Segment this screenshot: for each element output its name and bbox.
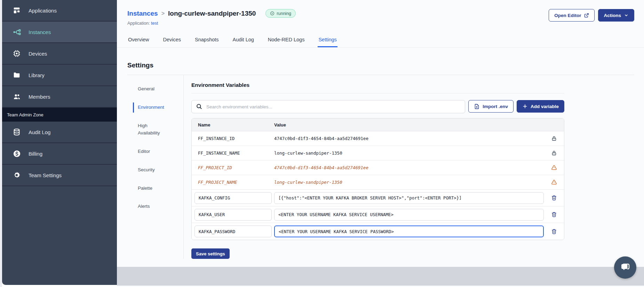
chevron-down-icon [624, 13, 629, 18]
bottom-band [117, 267, 644, 286]
instance-tabs: Overview Devices Snapshots Audit Log Nod… [117, 34, 644, 48]
sidebar-item-team-settings[interactable]: Team Settings [2, 165, 117, 186]
column-header-value: Value [274, 122, 564, 128]
env-var-value: 4747c0bd-d1f3-4654-84b4-aa5d274691ee [274, 165, 544, 170]
tab-devices[interactable]: Devices [162, 34, 182, 47]
env-var-value-input-focused[interactable] [274, 226, 544, 237]
table-row [192, 190, 564, 206]
delete-icon[interactable] [544, 229, 564, 235]
warning-icon [544, 165, 564, 171]
env-var-value: long-curlew-sandpiper-1350 [274, 180, 544, 185]
open-editor-label: Open Editor [554, 13, 581, 18]
subnav-environment[interactable]: Environment [133, 102, 170, 113]
members-icon [13, 92, 21, 101]
tab-audit-log[interactable]: Audit Log [232, 34, 255, 47]
env-var-value-input[interactable] [274, 192, 544, 204]
env-var-name-input[interactable] [194, 226, 272, 237]
applications-icon [13, 6, 21, 15]
status-badge-label: running [277, 11, 291, 16]
env-var-value: 4747c0bd-d1f3-4654-84b4-aa5d274691ee [274, 136, 544, 141]
actions-label: Actions [604, 13, 621, 18]
tab-overview[interactable]: Overview [127, 34, 150, 47]
application-link[interactable]: test [151, 21, 158, 26]
table-row [192, 206, 564, 223]
main-area: Instances > long-curlew-sandpiper-1350 r… [117, 0, 644, 287]
subnav-alerts[interactable]: Alerts [133, 202, 170, 212]
application-line: Application: test [127, 21, 296, 26]
breadcrumb: Instances > long-curlew-sandpiper-1350 r… [127, 9, 296, 18]
import-env-button[interactable]: Import .env [468, 100, 514, 113]
env-section-title: Environment Variables [191, 82, 634, 93]
import-file-icon [474, 104, 480, 109]
audit-log-icon [13, 128, 21, 136]
search-env-input[interactable] [191, 100, 465, 113]
instances-icon [13, 28, 21, 36]
sidebar-item-audit-log[interactable]: Audit Log [2, 122, 117, 143]
app-window: Applications Instances Devices Library M… [0, 0, 644, 287]
env-title-divider [191, 93, 564, 93]
table-row [192, 223, 564, 240]
table-row: FF_PROJECT_ID 4747c0bd-d1f3-4654-84b4-aa… [192, 161, 564, 175]
team-admin-zone-header: Team Admin Zone [2, 108, 117, 122]
subnav-high-availability[interactable]: High Availability [133, 121, 170, 138]
subnav-general[interactable]: General [133, 84, 170, 94]
sidebar-item-library[interactable]: Library [2, 65, 117, 86]
billing-icon [13, 149, 21, 158]
breadcrumb-instances-link[interactable]: Instances [127, 10, 158, 17]
plus-icon [522, 104, 528, 109]
search-icon [196, 103, 202, 111]
sidebar-item-devices[interactable]: Devices [2, 43, 117, 65]
table-row: FF_INSTANCE_NAME long-curlew-sandpiper-1… [192, 146, 564, 161]
warning-icon [544, 179, 564, 185]
delete-icon[interactable] [544, 212, 564, 218]
sidebar-item-label: Devices [29, 51, 47, 57]
external-link-icon [584, 13, 589, 18]
subnav-editor[interactable]: Editor [133, 147, 170, 157]
env-var-name-input[interactable] [194, 192, 272, 204]
devices-icon [13, 49, 21, 58]
add-variable-button[interactable]: Add variable [517, 100, 564, 113]
settings-subnav: General Environment High Availability Ed… [127, 75, 184, 259]
team-admin-zone-label: Team Admin Zone [7, 112, 43, 117]
env-var-name: FF_PROJECT_NAME [192, 180, 274, 185]
open-editor-button[interactable]: Open Editor [549, 9, 595, 22]
settings-page-title: Settings [127, 62, 634, 69]
gear-icon [13, 171, 21, 179]
sidebar-item-applications[interactable]: Applications [2, 0, 117, 22]
table-header-row: Name Value [192, 118, 564, 131]
column-header-name: Name [192, 122, 274, 128]
subnav-palette[interactable]: Palette [133, 183, 170, 194]
env-var-name: FF_PROJECT_ID [192, 165, 274, 170]
sidebar-item-instances[interactable]: Instances [2, 22, 117, 43]
lock-icon [544, 136, 564, 141]
application-label: Application: [127, 21, 150, 26]
instance-header: Instances > long-curlew-sandpiper-1350 r… [127, 0, 634, 26]
subnav-security[interactable]: Security [133, 165, 170, 175]
sidebar-item-label: Library [29, 72, 45, 78]
sidebar-item-members[interactable]: Members [2, 86, 117, 108]
env-var-value: long-curlew-sandpiper-1350 [274, 150, 544, 156]
lock-icon [544, 150, 564, 156]
env-toolbar: Import .env Add variable [191, 100, 564, 113]
sidebar-item-billing[interactable]: Billing [2, 143, 117, 165]
chat-widget-button[interactable] [614, 256, 636, 279]
running-icon [270, 11, 275, 16]
breadcrumb-separator: > [161, 10, 165, 17]
chat-bubble-icon [619, 262, 631, 273]
env-variables-table: Name Value FF_INSTANCE_ID 4747c0bd-d1f3-… [191, 118, 564, 240]
tab-settings[interactable]: Settings [318, 34, 337, 47]
sidebar-item-label: Applications [29, 8, 57, 14]
actions-button[interactable]: Actions [598, 9, 634, 22]
delete-icon[interactable] [544, 195, 564, 201]
env-var-name-input[interactable] [194, 209, 272, 221]
sidebar-item-label: Instances [29, 29, 51, 35]
env-var-name: FF_INSTANCE_ID [192, 136, 274, 141]
status-badge: running [265, 9, 296, 18]
tab-snapshots[interactable]: Snapshots [194, 34, 220, 47]
sidebar-item-label: Audit Log [29, 129, 50, 135]
sidebar: Applications Instances Devices Library M… [2, 0, 117, 285]
env-var-value-input[interactable] [274, 209, 544, 221]
save-settings-button[interactable]: Save settings [191, 248, 230, 259]
sidebar-item-label: Team Settings [29, 172, 62, 178]
tab-node-red-logs[interactable]: Node-RED Logs [267, 34, 305, 47]
